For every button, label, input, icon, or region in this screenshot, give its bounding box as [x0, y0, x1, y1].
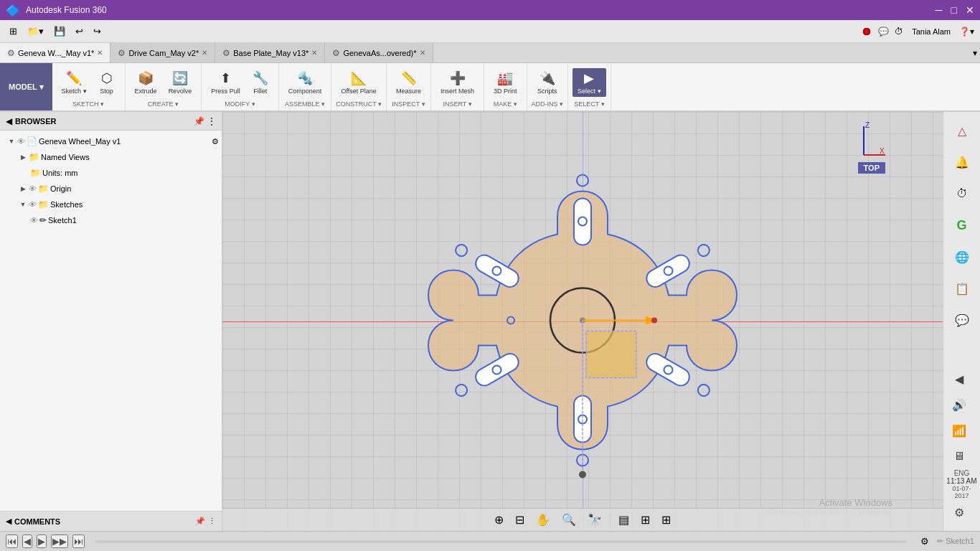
new-component-icon: 🔩	[297, 70, 313, 86]
notification-bell-icon[interactable]: 🔔	[949, 149, 975, 175]
svg-point-25	[579, 471, 586, 479]
minimize-button[interactable]: ─	[936, 4, 943, 16]
close-button[interactable]: ✕	[966, 4, 974, 16]
3dprint-button[interactable]: 🏭 3D Print	[489, 68, 522, 97]
grid-button[interactable]: ⊞	[6, 24, 21, 39]
new-component-button[interactable]: 🔩 Component	[283, 68, 327, 97]
settings-icon[interactable]: ⚙	[946, 499, 972, 525]
tab-drive-cam[interactable]: ⚙ Drive Cam_May v2* ✕	[110, 43, 215, 62]
tree-toggle-root[interactable]: ▼	[7, 138, 16, 145]
volume-icon[interactable]: 🔊	[946, 392, 972, 418]
tree-eye-root[interactable]: 👁	[17, 137, 25, 146]
insert-mesh-button[interactable]: ➕ Insert Mesh	[435, 68, 479, 97]
tree-item-sketches[interactable]: ▼ 👁 📁 Sketches	[0, 197, 222, 212]
pan-button[interactable]: ✋	[532, 511, 554, 529]
stop-sketch-button[interactable]: ⬡ Stop	[93, 68, 121, 97]
clock-icon[interactable]: ⏱	[949, 181, 975, 207]
tab-close-1[interactable]: ✕	[97, 49, 103, 57]
snap-button[interactable]: ⊕	[491, 511, 507, 529]
titlebar-controls[interactable]: ─ □ ✕	[936, 4, 974, 16]
comments-pin-icon[interactable]: 📌	[195, 517, 205, 526]
fit-button[interactable]: 🔭	[584, 511, 606, 529]
timeline-start-button[interactable]: ⏮	[6, 534, 18, 548]
display-settings-button[interactable]: ▤	[615, 511, 633, 529]
timeline-end-button[interactable]: ⏭	[72, 534, 85, 548]
help-button[interactable]: ❓▾	[959, 27, 974, 37]
file-menu-button[interactable]: 📁▾	[24, 24, 47, 39]
view-cube-button[interactable]: ⊟	[512, 511, 528, 529]
browser-collapse-icon[interactable]: ◀	[6, 116, 12, 126]
save-button[interactable]: 💾	[50, 24, 69, 39]
tree-eye-origin[interactable]: 👁	[29, 184, 37, 193]
browser-menu-icon[interactable]: ⋮	[207, 116, 216, 126]
insert-mesh-icon: ➕	[450, 70, 466, 86]
grid-settings-button[interactable]: ⊞	[637, 511, 654, 529]
tree-eye-sketch1[interactable]: 👁	[30, 216, 38, 225]
addins-group-items: 🔌 Scripts	[532, 66, 562, 99]
tree-toggle-sketches[interactable]: ▼	[19, 201, 27, 208]
right-comment-icon[interactable]: 💬	[949, 307, 975, 333]
timeline-settings-button[interactable]: ⚙	[917, 534, 933, 549]
maximize-button[interactable]: □	[951, 4, 957, 16]
undo-button[interactable]: ↩	[72, 24, 87, 39]
tab-geneva-wheel[interactable]: ⚙ Geneva W..._May v1* ✕	[0, 43, 110, 62]
modify-group-label: MODIFY ▾	[225, 100, 255, 108]
timeline-next-button[interactable]: ▶▶	[51, 534, 68, 548]
tree-eye-sketches[interactable]: 👁	[29, 200, 37, 209]
redo-button[interactable]: ↪	[90, 24, 105, 39]
top-label[interactable]: TOP	[858, 162, 885, 174]
ribbon-group-create: 📦 Extrude 🔄 Revolve CREATE ▾	[126, 63, 202, 110]
record-icon[interactable]: ⏺	[861, 25, 872, 38]
wifi-icon[interactable]: 📶	[946, 418, 972, 443]
scripts-button[interactable]: 🔌 Scripts	[532, 68, 562, 97]
tabs-scroll[interactable]: ▾	[973, 43, 980, 62]
comments-menu-icon[interactable]: ⋮	[208, 517, 216, 526]
comments-expand-icon[interactable]: ◀	[6, 517, 11, 526]
zoom-button[interactable]: 🔍	[558, 511, 580, 529]
model-mode-button[interactable]: MODEL ▾	[0, 63, 52, 110]
canvas-toolbar: ⊕ ⊟ ✋ 🔍 🔭 ▤ ⊞ ⊞	[222, 508, 943, 531]
tree-item-units[interactable]: 📁 Units: mm	[0, 165, 222, 181]
tree-label-sketches: Sketches	[50, 200, 83, 209]
tree-toggle-origin[interactable]: ▶	[19, 185, 27, 192]
tree-item-named-views[interactable]: ▶ 📁 Named Views	[0, 149, 222, 165]
revolve-button[interactable]: 🔄 Revolve	[164, 68, 197, 97]
canvas-area[interactable]: Z X TOP Activate Windows Go to Settings …	[222, 112, 943, 531]
inspect-group-items: 📏 Measure	[391, 66, 426, 99]
sketch-button[interactable]: ✏️ Sketch ▾	[57, 68, 92, 97]
display-icon[interactable]: 🖥	[946, 443, 972, 469]
wheel-container[interactable]	[421, 159, 744, 484]
tree-item-origin[interactable]: ▶ 👁 📁 Origin	[0, 181, 222, 197]
tab-geneva-as[interactable]: ⚙ GenevaAs...overed)* ✕	[325, 43, 433, 62]
chat-icon[interactable]: 💬	[878, 27, 889, 37]
fillet-button[interactable]: 🔧 Fillet	[247, 68, 274, 97]
svg-point-21	[651, 318, 657, 324]
measure-button[interactable]: 📏 Measure	[391, 68, 426, 97]
tree-toggle-named-views[interactable]: ▶	[19, 154, 27, 161]
timeline-play-button[interactable]: ▶	[37, 534, 47, 548]
sketch-group-label: SKETCH ▾	[72, 100, 104, 108]
green-brand-icon[interactable]: G	[949, 212, 975, 238]
timeline-prev-button[interactable]: ◀	[22, 534, 32, 548]
snap-settings-button[interactable]: ⊞	[658, 511, 674, 529]
tree-settings-root[interactable]: ⚙	[212, 137, 219, 146]
offset-plane-button[interactable]: 📐 Offset Plane	[336, 68, 381, 97]
extrude-button[interactable]: 📦 Extrude	[130, 68, 162, 97]
history-icon[interactable]: ⏱	[895, 27, 903, 37]
blue-globe-icon[interactable]: 🌐	[949, 244, 975, 270]
right-panel-toggle[interactable]: ◀	[946, 366, 972, 392]
titlebar-left: 🔷 Autodesk Fusion 360	[6, 4, 107, 17]
user-account[interactable]: Tania Alam	[909, 27, 953, 36]
notification-icon-red[interactable]: △	[949, 118, 975, 143]
tab-close-3[interactable]: ✕	[311, 49, 317, 57]
tab-close-2[interactable]: ✕	[202, 49, 207, 57]
tree-item-sketch1[interactable]: 👁 ✏ Sketch1	[0, 212, 222, 228]
press-pull-button[interactable]: ⬆ Press Pull	[206, 68, 245, 97]
tree-item-root[interactable]: ▼ 👁 📄 Geneva Wheel_May v1 ⚙	[0, 133, 222, 149]
tab-close-4[interactable]: ✕	[420, 49, 425, 57]
browser-pin-icon[interactable]: 📌	[194, 116, 204, 126]
select-button[interactable]: ▶ Select ▾	[573, 68, 606, 97]
sticky-note-icon[interactable]: 📋	[949, 276, 975, 301]
tab-base-plate[interactable]: ⚙ Base Plate_May v13* ✕	[215, 43, 325, 62]
svg-rect-23	[586, 331, 636, 378]
